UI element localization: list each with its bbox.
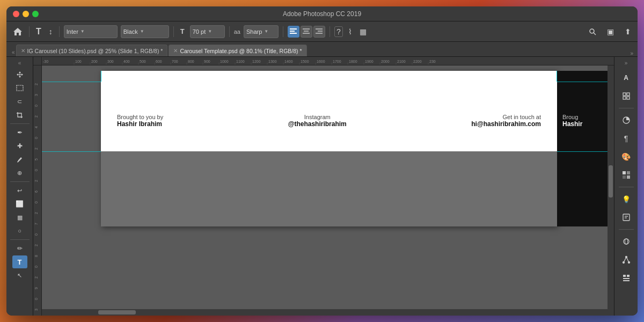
history-icon[interactable]	[619, 210, 634, 225]
lasso-tool[interactable]: ⊂	[12, 95, 27, 108]
right-collapse[interactable]: »	[624, 59, 629, 67]
svg-text:1200: 1200	[252, 60, 261, 63]
glyph-button[interactable]: ?	[334, 26, 343, 37]
svg-rect-88	[627, 93, 630, 96]
svg-text:600: 600	[156, 60, 162, 63]
tab-carousel-template[interactable]: ✕ Carousel Template.psd @ 80.1% (Title, …	[169, 45, 306, 56]
svg-text:2000: 2000	[381, 60, 390, 63]
svg-point-9	[590, 29, 594, 33]
svg-rect-6	[316, 28, 323, 30]
text-direction-button[interactable]: ↕	[47, 26, 55, 37]
svg-text:-30: -30	[43, 60, 48, 63]
adjustments-icon[interactable]	[619, 113, 634, 128]
svg-text:8: 8	[34, 255, 38, 257]
tab-close-1[interactable]: ✕	[21, 48, 25, 54]
gray-zone	[101, 151, 557, 226]
brush-settings-icon[interactable]: 💡	[619, 192, 634, 207]
tool-separator-1	[10, 123, 30, 124]
font-color-dropdown[interactable]: Black ▼	[121, 25, 169, 38]
eraser-tool[interactable]: ⬜	[12, 197, 27, 210]
heal-tool[interactable]: ✚	[12, 140, 27, 152]
svg-rect-94	[623, 175, 626, 179]
char-panel-button[interactable]: ▦	[357, 26, 369, 37]
history-brush-tool[interactable]: ↩	[12, 184, 27, 197]
scrollbar-thumb-v[interactable]	[609, 165, 613, 197]
layers-panel-icon[interactable]: A	[619, 70, 634, 85]
scrollbar-horizontal[interactable]	[42, 309, 608, 316]
scrollbar-thumb-h[interactable]	[98, 310, 136, 314]
move-tool[interactable]	[12, 68, 27, 81]
align-left-button[interactable]	[288, 26, 299, 38]
font-family-value: Inter	[67, 28, 78, 35]
3d-icon[interactable]	[619, 234, 634, 249]
right-sep-2	[619, 187, 634, 187]
tabs-expand-right[interactable]: »	[630, 50, 633, 56]
left-collapse[interactable]: «	[17, 59, 23, 67]
crop-tool[interactable]	[12, 108, 27, 121]
maximize-button[interactable]	[32, 11, 39, 17]
photoshop-window: Adobe Photoshop CC 2019 T ↕ Inter ▼ Blac…	[6, 6, 638, 316]
svg-text:2: 2	[34, 212, 38, 214]
tab-ig-carousel[interactable]: ✕ IG Carousel (10 Slides).psd @ 25% (Sli…	[16, 45, 168, 56]
align-right-button[interactable]	[313, 26, 325, 38]
close-button[interactable]	[13, 11, 19, 17]
svg-text:500: 500	[140, 60, 146, 63]
svg-text:0: 0	[34, 105, 38, 107]
text-tool-button[interactable]: T	[34, 26, 43, 38]
tab-label-2: Carousel Template.psd @ 80.1% (Title, RG…	[180, 48, 302, 54]
paragraph-icon[interactable]: ¶	[619, 131, 634, 146]
brush-tool[interactable]	[12, 153, 27, 166]
color-icon[interactable]: 🎨	[619, 149, 634, 164]
footer-value-1: Hashir Ibrahim	[117, 120, 163, 128]
aa-label: aa	[234, 28, 240, 35]
footer-label-2: Instagram	[288, 114, 347, 120]
scrollbar-vertical[interactable]	[608, 65, 614, 316]
warp-text-button[interactable]: ⌇	[346, 26, 354, 37]
svg-text:1400: 1400	[284, 60, 293, 63]
font-family-dropdown[interactable]: Inter ▼	[64, 25, 118, 38]
path-select-tool[interactable]: ↖	[12, 269, 27, 282]
gradient-tool[interactable]: ▦	[12, 211, 27, 224]
svg-text:1500: 1500	[301, 60, 309, 63]
right-sep-1	[619, 108, 634, 108]
dodge-tool[interactable]: ○	[12, 224, 27, 237]
align-center-button[interactable]	[301, 26, 312, 38]
footer-content: Brought to you by Hashir Ibrahim Instagr…	[101, 114, 557, 128]
swatches-icon[interactable]	[619, 167, 634, 182]
properties-icon[interactable]	[619, 89, 634, 104]
svg-text:2: 2	[34, 115, 38, 118]
svg-text:1700: 1700	[333, 60, 341, 63]
tab-close-2[interactable]: ✕	[173, 48, 178, 54]
svg-text:1800: 1800	[349, 60, 357, 63]
svg-point-99	[624, 239, 629, 244]
path-ops-icon[interactable]	[619, 252, 634, 267]
svg-rect-2	[290, 33, 297, 34]
clone-stamp-tool[interactable]: ⊕	[12, 166, 27, 179]
tabs-collapse-left[interactable]: «	[11, 48, 16, 56]
selection-tool[interactable]	[12, 82, 27, 94]
minimize-button[interactable]	[23, 11, 29, 17]
view-extras-button[interactable]: ▣	[605, 26, 616, 37]
home-button[interactable]	[11, 26, 25, 37]
document-canvas[interactable]: Brought to you by Hashir Ibrahim Instagr…	[101, 71, 557, 226]
ruler-v-svg: 2 3 0 2 4 0 2 5 0 2 6 0 2 7 0 2 8	[33, 65, 42, 316]
eyedropper-tool[interactable]: ✒	[12, 126, 27, 139]
separator-5	[283, 26, 283, 37]
font-size-dropdown[interactable]: 70 pt ▼	[190, 25, 225, 38]
text-tool[interactable]: T	[12, 255, 27, 268]
black-panel-text: Broug Hashir	[562, 114, 582, 128]
anti-alias-dropdown[interactable]: Sharp ▼	[244, 25, 279, 38]
svg-text:7: 7	[34, 223, 38, 225]
share-button[interactable]: ⬆	[623, 26, 633, 37]
svg-text:4: 4	[34, 126, 38, 128]
font-size-icon: T	[178, 26, 187, 36]
svg-text:0: 0	[34, 137, 38, 139]
svg-rect-87	[623, 93, 626, 96]
svg-text:0: 0	[34, 266, 38, 268]
pen-tool[interactable]: ✏	[12, 242, 27, 255]
anti-alias-value: Sharp	[246, 28, 262, 35]
search-button[interactable]	[587, 27, 598, 36]
svg-text:400: 400	[123, 60, 130, 63]
more-panels-icon[interactable]	[619, 270, 634, 286]
svg-rect-4	[304, 31, 309, 32]
